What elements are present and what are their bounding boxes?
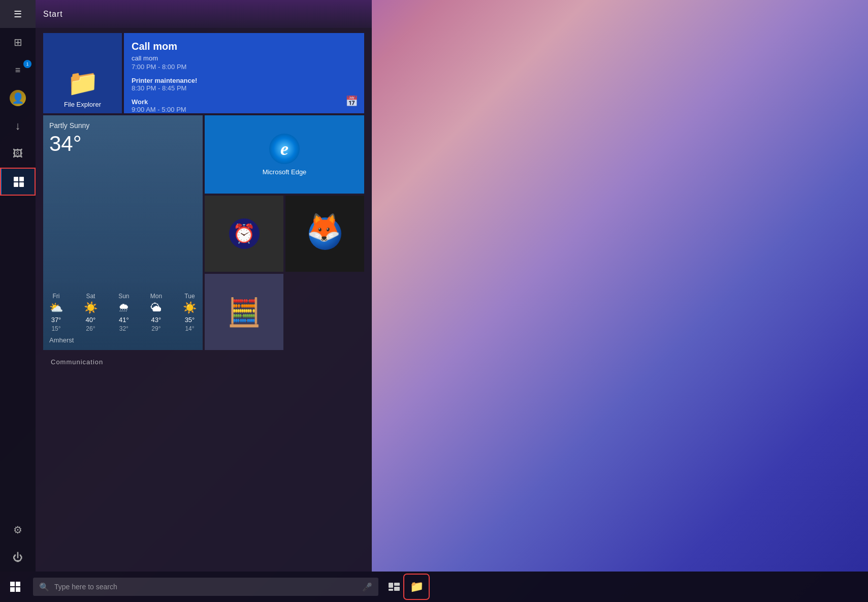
weather-day-mon: Mon 🌥 43° 29°: [150, 293, 162, 332]
list-icon: ≡: [15, 66, 21, 75]
edge-label: Microsoft Edge: [263, 168, 307, 176]
svg-rect-2: [14, 182, 18, 187]
windows-logo: [10, 582, 20, 592]
svg-rect-6: [394, 587, 400, 591]
taskbar-search-bar[interactable]: 🔍 Type here to search 🎤: [33, 578, 378, 596]
sidebar-item-power[interactable]: ⏻: [0, 544, 36, 572]
calendar-icon: 📅: [345, 95, 358, 107]
tiles-icon: ⊞: [14, 36, 22, 48]
power-icon: ⏻: [13, 552, 23, 563]
tile-file-explorer[interactable]: 📁 File Explorer: [43, 33, 122, 113]
calendar-event-3-time: 9:00 AM - 5:00 PM: [132, 106, 357, 113]
weather-location: Amherst: [49, 336, 197, 344]
tile-weather[interactable]: Partly Sunny 34° Fri ⛅ 37° 15° Sat: [43, 115, 203, 350]
start-sidebar: ☰ ⊞ ≡ 1 👤 ↓ 🖼: [0, 0, 36, 572]
calendar-event-1-title: Call mom: [132, 41, 357, 52]
alarm-icon: ⏰: [229, 218, 260, 249]
calendar-event-1-name: call mom: [132, 54, 357, 62]
sidebar-item-tiles[interactable]: ⊞: [0, 28, 36, 56]
win-logo-sq-3: [10, 587, 15, 592]
sidebar-item-todos[interactable]: ≡ 1: [0, 56, 36, 84]
calendar-event-2-time: 8:30 PM - 8:45 PM: [132, 84, 357, 92]
sidebar-item-settings[interactable]: ⚙: [0, 516, 36, 544]
start-menu: ☰ ⊞ ≡ 1 👤 ↓ 🖼: [0, 0, 312, 572]
weather-condition: Partly Sunny: [49, 121, 197, 130]
file-explorer-label: File Explorer: [64, 101, 101, 108]
todo-badge: 1: [23, 60, 31, 68]
tiles-area: 📁 File Explorer Call mom call mom 7:00 P…: [36, 28, 372, 572]
start-header: Start: [36, 0, 372, 28]
folder-icon: 📁: [67, 68, 99, 98]
tile-calendar[interactable]: Call mom call mom 7:00 PM - 8:00 PM Prin…: [124, 33, 364, 113]
tile-calculator[interactable]: 🧮: [205, 274, 283, 350]
search-placeholder-text: Type here to search: [54, 583, 357, 591]
svg-rect-7: [389, 589, 393, 591]
taskbar: 🔍 Type here to search 🎤 📁: [0, 572, 868, 602]
taskbar-start-button[interactable]: [0, 572, 30, 602]
svg-rect-1: [19, 177, 24, 181]
firefox-icon: 🦊: [309, 217, 341, 250]
edge-icon: e: [269, 134, 300, 164]
weather-forecast: Fri ⛅ 37° 15° Sat ☀️ 40° 26°: [49, 293, 197, 332]
tile-alarm[interactable]: ⏰: [205, 196, 283, 272]
svg-rect-0: [14, 177, 18, 181]
svg-rect-5: [394, 583, 400, 586]
sidebar-item-download[interactable]: ↓: [0, 112, 36, 140]
calendar-event-1-time: 7:00 PM - 8:00 PM: [132, 63, 357, 71]
taskbar-task-view-button[interactable]: [383, 576, 405, 598]
section-label-communication: Communication: [43, 354, 364, 368]
weather-temperature: 34°: [49, 132, 197, 156]
weather-content: Partly Sunny 34° Fri ⛅ 37° 15° Sat: [49, 121, 197, 344]
folder-icon-taskbar: 📁: [410, 580, 424, 593]
hamburger-icon: ☰: [14, 9, 22, 20]
photos-icon: 🖼: [13, 148, 23, 160]
tiles-grid: 📁 File Explorer Call mom call mom 7:00 P…: [43, 33, 364, 350]
weather-day-sun: Sun 🌨 41° 32°: [118, 293, 130, 332]
tile-firefox[interactable]: 🦊: [285, 196, 364, 272]
start-main-content: Start 📁 File Explorer Call mom call mom …: [36, 0, 372, 572]
svg-rect-4: [389, 583, 393, 588]
calendar-event-3-title: Work: [132, 98, 357, 106]
avatar: 👤: [10, 90, 26, 106]
sidebar-item-user[interactable]: 👤: [0, 84, 36, 112]
win-logo-sq-1: [10, 582, 15, 586]
win-logo-sq-2: [16, 582, 20, 586]
tile-edge[interactable]: e Microsoft Edge: [205, 115, 364, 194]
microphone-icon: 🎤: [362, 582, 372, 592]
sidebar-item-hamburger[interactable]: ☰: [0, 0, 36, 28]
weather-day-tue: Tue ☀️ 35° 14°: [183, 293, 197, 332]
win-logo-sq-4: [16, 587, 20, 592]
calculator-icon: 🧮: [227, 296, 261, 328]
svg-rect-3: [19, 182, 24, 187]
calendar-event-2-title: Printer maintenance!: [132, 77, 357, 84]
task-view-icon: [389, 583, 400, 591]
search-icon: 🔍: [39, 582, 49, 592]
sidebar-item-photos[interactable]: 🖼: [0, 140, 36, 168]
weather-day-fri: Fri ⛅ 37° 15°: [49, 293, 63, 332]
sidebar-item-store[interactable]: [0, 168, 36, 196]
download-icon: ↓: [15, 119, 21, 133]
start-title: Start: [43, 10, 63, 19]
weather-day-sat: Sat ☀️ 40° 26°: [84, 293, 98, 332]
store-icon: [13, 176, 25, 188]
taskbar-file-explorer-button[interactable]: 📁: [405, 576, 428, 598]
settings-icon: ⚙: [13, 524, 22, 536]
